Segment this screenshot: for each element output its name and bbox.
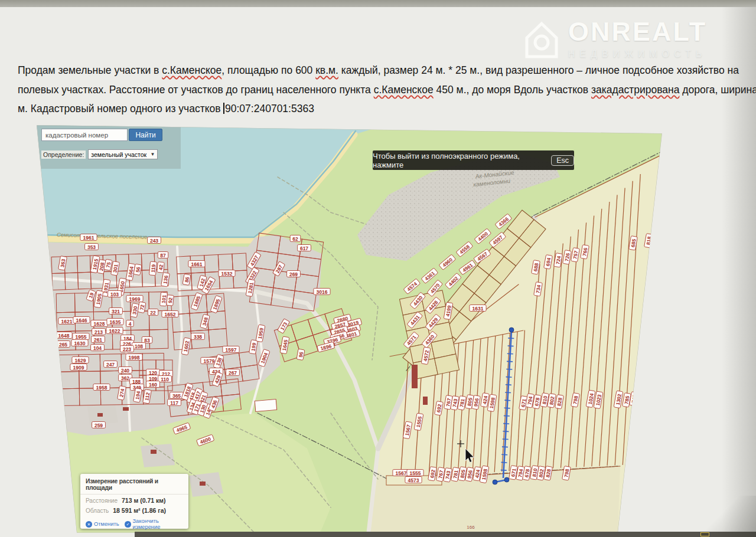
- measure-finish-button[interactable]: ✓ Закончить измерение: [125, 518, 183, 530]
- parcel-label[interactable]: 265: [57, 341, 70, 348]
- search-button[interactable]: Найти: [129, 129, 162, 141]
- parcel-label[interactable]: 1958: [93, 384, 110, 391]
- map-canvas[interactable]: Семисотское сельское поселениеАк-Монайск…: [0, 0, 756, 537]
- parcel-label[interactable]: 109: [146, 375, 160, 382]
- svg-text:1909: 1909: [73, 365, 84, 371]
- svg-text:86: 86: [184, 276, 191, 283]
- esc-key: Esc: [551, 155, 574, 166]
- cancel-icon: ✕: [86, 521, 92, 528]
- svg-text:3016: 3016: [317, 289, 328, 295]
- parcel-label[interactable]: 1969: [126, 296, 143, 302]
- parcel-label[interactable]: 110: [158, 376, 172, 382]
- parcel-label[interactable]: 1597: [223, 346, 239, 353]
- parcel-label[interactable]: 1661: [188, 261, 205, 267]
- parcel-label[interactable]: 188: [130, 378, 144, 385]
- parcel-label[interactable]: 119: [149, 261, 157, 276]
- svg-text:62: 62: [292, 236, 298, 242]
- parcel-label[interactable]: 1998: [126, 354, 142, 361]
- svg-text:109: 109: [149, 376, 157, 382]
- parcel-label[interactable]: 269: [287, 271, 301, 277]
- parcel-label[interactable]: 1628: [91, 320, 107, 327]
- parcel-label[interactable]: 117: [168, 400, 181, 406]
- parcel-label[interactable]: 1630: [71, 340, 88, 346]
- svg-text:617: 617: [300, 245, 308, 251]
- check-icon: ✓: [125, 521, 131, 528]
- svg-text:1961: 1961: [83, 235, 94, 241]
- parcel-label[interactable]: 243: [148, 237, 161, 244]
- svg-text:4573: 4573: [408, 477, 419, 483]
- fullscreen-toast: Чтобы выйти из полноэкранного режима, на…: [373, 150, 574, 170]
- parcel-label[interactable]: 365: [170, 392, 184, 399]
- parcel-label[interactable]: 83: [142, 337, 152, 343]
- svg-text:1998: 1998: [129, 355, 140, 361]
- parcel-label[interactable]: 1532: [219, 270, 235, 277]
- svg-text:92: 92: [167, 297, 174, 304]
- svg-text:1652: 1652: [165, 312, 176, 317]
- parcel-label[interactable]: 62: [290, 235, 301, 242]
- parcel-label[interactable]: 1629: [72, 357, 89, 364]
- search-input[interactable]: [41, 129, 128, 141]
- chevron-down-icon: ▼: [150, 152, 155, 157]
- parcel-label[interactable]: 338: [191, 333, 205, 340]
- svg-text:1579: 1579: [204, 358, 215, 364]
- svg-text:166: 166: [467, 525, 475, 530]
- svg-text:42: 42: [158, 264, 164, 271]
- svg-text:1646: 1646: [76, 317, 87, 323]
- svg-text:1648: 1648: [58, 333, 70, 339]
- parcel-label[interactable]: 240: [119, 367, 132, 374]
- parcel-label[interactable]: 3016: [314, 289, 330, 295]
- filter-select[interactable]: земельный участок ▼: [88, 149, 158, 159]
- svg-text:160: 160: [149, 382, 157, 388]
- svg-text:117: 117: [170, 400, 178, 406]
- measure-title: Измерение расстояний и площади: [80, 474, 188, 495]
- parcel-label[interactable]: 1909: [70, 364, 87, 371]
- measure-cancel-button[interactable]: ✕ Отменить: [86, 521, 119, 528]
- parcel-label[interactable]: 353: [85, 244, 99, 250]
- parcel-label[interactable]: 92: [167, 295, 174, 306]
- parcel-label[interactable]: 22: [148, 309, 158, 316]
- svg-text:1630: 1630: [74, 340, 86, 346]
- svg-text:240: 240: [121, 368, 129, 374]
- parcel-label[interactable]: 1555: [407, 470, 423, 476]
- parcel-label[interactable]: 108: [132, 343, 146, 349]
- parcel-label[interactable]: 120: [146, 369, 160, 376]
- parcel-label[interactable]: 42: [157, 262, 164, 273]
- parcel-label[interactable]: 1652: [162, 311, 178, 317]
- parcel-label[interactable]: 1635: [107, 319, 123, 325]
- measure-area-row: Область 18 591 м² (1.86 га): [80, 505, 188, 515]
- parcel-label[interactable]: 1961: [80, 234, 97, 241]
- parcel-label[interactable]: 1622: [106, 328, 123, 334]
- parcel-label[interactable]: 247: [104, 361, 118, 368]
- svg-text:261: 261: [94, 337, 102, 343]
- parcel-label[interactable]: 213: [92, 329, 106, 335]
- parcel-label[interactable]: 104: [91, 345, 105, 351]
- parcel-label[interactable]: 1955: [73, 333, 89, 340]
- svg-text:1628: 1628: [94, 321, 105, 327]
- svg-text:188: 188: [132, 379, 141, 385]
- svg-text:1532: 1532: [221, 271, 233, 277]
- parcel-label[interactable]: 4: [126, 320, 133, 327]
- svg-text:362: 362: [121, 375, 129, 381]
- parcel-label[interactable]: 321: [109, 308, 123, 315]
- parcel-label[interactable]: 1631: [470, 305, 486, 312]
- parcel-label[interactable]: 259: [92, 422, 106, 428]
- parcel-label[interactable]: 103: [108, 291, 122, 297]
- svg-text:103: 103: [110, 292, 119, 297]
- svg-text:1622: 1622: [109, 328, 120, 334]
- measure-panel: Измерение расстояний и площади Расстояни…: [80, 474, 188, 529]
- parcel-label[interactable]: 87: [158, 252, 168, 258]
- svg-text:365: 365: [172, 393, 181, 399]
- parcel-label[interactable]: 267: [226, 369, 240, 376]
- svg-text:101: 101: [161, 294, 167, 303]
- parcel-label[interactable]: 1621: [58, 318, 75, 325]
- distance-label: Расстояние: [86, 497, 118, 504]
- parcel-label[interactable]: 1646: [73, 317, 90, 323]
- parcel-label[interactable]: 223: [120, 346, 134, 352]
- parcel-label[interactable]: 160: [146, 381, 160, 388]
- parcel-label[interactable]: 617: [298, 245, 311, 251]
- filter-label: Определение:: [41, 150, 86, 159]
- parcel-label[interactable]: 261: [92, 336, 105, 343]
- parcel-label[interactable]: 1648: [56, 332, 72, 339]
- svg-text:818: 818: [645, 236, 652, 245]
- parcel-label[interactable]: 4573: [405, 477, 422, 483]
